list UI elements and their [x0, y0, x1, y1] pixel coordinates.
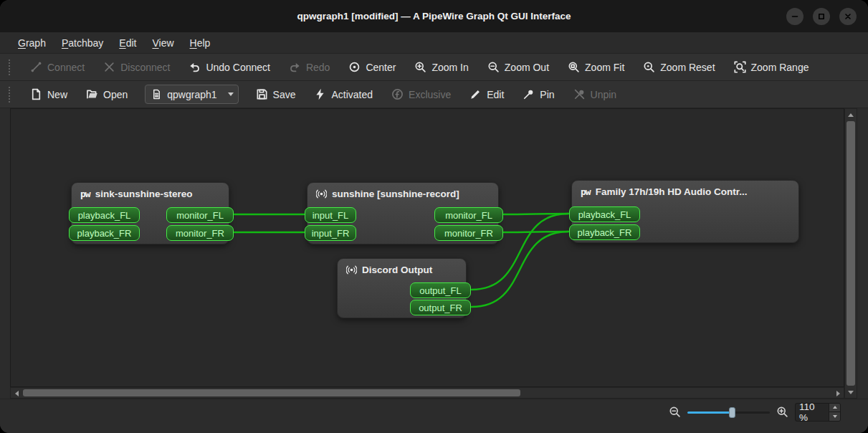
- window-controls: [786, 0, 857, 32]
- maximize-button[interactable]: [813, 8, 830, 25]
- port-output-output-fr[interactable]: output_FR: [410, 300, 471, 315]
- connect-button[interactable]: Connect: [23, 57, 92, 78]
- exclusive-label: Exclusive: [409, 89, 451, 100]
- unpin-button[interactable]: Unpin: [566, 84, 624, 105]
- redo-button[interactable]: Redo: [282, 57, 337, 78]
- port-output-output-fl[interactable]: output_FL: [410, 282, 471, 298]
- pin-label: Pin: [540, 89, 554, 100]
- connections-layer: [11, 109, 844, 387]
- close-button[interactable]: [839, 8, 857, 25]
- graph-canvas[interactable]: pw sink-sunshine-stereo playback_FL play…: [10, 108, 844, 387]
- record-icon: [346, 265, 357, 275]
- maximize-icon: [817, 12, 826, 21]
- scroll-right-button[interactable]: [832, 388, 844, 399]
- graph-toolbar: Connect Disconnect Undo Connect Redo Cen: [0, 54, 868, 81]
- pin-button[interactable]: Pin: [515, 84, 561, 105]
- arrow-down-icon: [848, 391, 854, 394]
- save-button[interactable]: Save: [249, 84, 303, 105]
- node-family-hd-audio-controller[interactable]: pw Family 17h/19h HD Audio Contr... play…: [571, 180, 799, 243]
- port-input-playback-fl[interactable]: playback_FL: [569, 206, 640, 222]
- zoom-out-icon[interactable]: [669, 406, 681, 418]
- zoom-range-button[interactable]: Zoom Range: [727, 57, 816, 78]
- new-label: New: [47, 89, 67, 100]
- disconnect-button[interactable]: Disconnect: [96, 57, 177, 78]
- undo-connect-button[interactable]: Undo Connect: [181, 57, 277, 78]
- center-icon: [348, 61, 361, 73]
- scroll-up-button[interactable]: [845, 109, 857, 120]
- horizontal-scrollbar-thumb[interactable]: [23, 389, 520, 396]
- zoom-in-button[interactable]: Zoom In: [407, 57, 475, 78]
- zoom-range-icon: [734, 61, 746, 73]
- port-output-monitor-fl[interactable]: monitor_FL: [434, 207, 503, 223]
- open-folder-icon: [86, 88, 98, 100]
- zoom-fit-button[interactable]: Zoom Fit: [561, 57, 631, 78]
- node-title-bar: pw sink-sunshine-stereo: [72, 183, 229, 204]
- menu-view[interactable]: View: [144, 32, 181, 53]
- save-icon: [256, 88, 268, 100]
- arrow-down-icon: [833, 415, 837, 418]
- horizontal-scrollbar[interactable]: [10, 387, 844, 399]
- zoom-reset-button[interactable]: Zoom Reset: [636, 57, 722, 78]
- arrow-left-icon: [15, 391, 19, 396]
- scroll-left-button[interactable]: [11, 388, 22, 399]
- edit-toggle[interactable]: Edit: [462, 84, 511, 105]
- port-input-playback-fr[interactable]: playback_FR: [69, 225, 140, 241]
- status-bar: 110 %: [0, 399, 868, 433]
- exclusive-toggle[interactable]: Exclusive: [384, 84, 458, 105]
- unpin-label: Unpin: [591, 89, 617, 100]
- menu-graph[interactable]: Graph: [10, 32, 54, 53]
- new-button[interactable]: New: [23, 84, 75, 105]
- toolbar-drag-handle[interactable]: [9, 87, 13, 103]
- vertical-scrollbar-thumb[interactable]: [846, 121, 855, 386]
- center-button[interactable]: Center: [341, 57, 403, 78]
- menu-edit[interactable]: Edit: [111, 32, 144, 53]
- pipewire-icon: pw: [581, 186, 591, 197]
- redo-label: Redo: [306, 62, 330, 73]
- zoom-fit-icon: [568, 61, 580, 73]
- arrow-up-icon: [848, 113, 854, 117]
- port-input-playback-fl[interactable]: playback_FL: [69, 207, 140, 223]
- menu-help-label: Help: [190, 37, 211, 49]
- open-button[interactable]: Open: [79, 84, 135, 105]
- minimize-button[interactable]: [786, 8, 803, 25]
- zoom-step-down-button[interactable]: [829, 411, 840, 421]
- toolbar-drag-handle[interactable]: [9, 60, 13, 75]
- patchbay-selector-combobox[interactable]: qpwgraph1: [145, 85, 238, 104]
- zoom-range-label: Zoom Range: [751, 62, 809, 73]
- activated-toggle[interactable]: Activated: [307, 84, 380, 105]
- zoom-spinbox-value[interactable]: 110 %: [796, 404, 829, 421]
- minimize-icon: [791, 12, 799, 21]
- port-output-monitor-fr[interactable]: monitor_FR: [434, 225, 503, 241]
- menu-help[interactable]: Help: [182, 32, 219, 53]
- port-output-monitor-fr[interactable]: monitor_FR: [166, 225, 234, 241]
- graph-canvas-area: pw sink-sunshine-stereo playback_FL play…: [10, 108, 857, 399]
- zoom-out-button[interactable]: Zoom Out: [480, 57, 556, 78]
- zoom-slider-handle[interactable]: [729, 407, 735, 418]
- port-input-input-fl[interactable]: input_FL: [305, 207, 356, 223]
- pipewire-icon: pw: [80, 189, 90, 199]
- menu-patchbay[interactable]: Patchbay: [54, 32, 111, 53]
- port-output-monitor-fl[interactable]: monitor_FL: [166, 207, 234, 223]
- zoom-in-icon[interactable]: [776, 406, 788, 418]
- connection-wire-monitor-fl-to-playback-fl[interactable]: [504, 214, 568, 214]
- chevron-down-icon: [228, 92, 234, 96]
- node-sink-sunshine-stereo[interactable]: pw sink-sunshine-stereo playback_FL play…: [71, 182, 229, 244]
- node-discord-output[interactable]: Discord Output output_FL output_FR: [337, 258, 467, 318]
- zoom-slider[interactable]: [687, 406, 770, 419]
- port-input-input-fr[interactable]: input_FR: [305, 225, 356, 241]
- zoom-reset-label: Zoom Reset: [660, 62, 715, 73]
- zoom-fit-label: Zoom Fit: [585, 62, 624, 73]
- zoom-spinbox[interactable]: 110 %: [795, 403, 841, 422]
- menu-bar: Graph Patchbay Edit View Help: [0, 32, 868, 54]
- port-input-playback-fr[interactable]: playback_FR: [569, 224, 640, 240]
- record-icon: [316, 189, 327, 199]
- scroll-down-button[interactable]: [845, 386, 857, 398]
- title-bar[interactable]: qpwgraph1 [modified] — A PipeWire Graph …: [0, 0, 868, 32]
- zoom-step-up-button[interactable]: [829, 404, 840, 412]
- node-title: sink-sunshine-stereo: [95, 189, 193, 199]
- edit-label: Edit: [487, 89, 504, 100]
- vertical-scrollbar[interactable]: [844, 108, 857, 399]
- center-label: Center: [366, 62, 396, 73]
- connection-wire-monitor-fr-to-playback-fr[interactable]: [504, 232, 568, 232]
- node-sunshine-record[interactable]: sunshine [sunshine-record] input_FL inpu…: [307, 182, 499, 244]
